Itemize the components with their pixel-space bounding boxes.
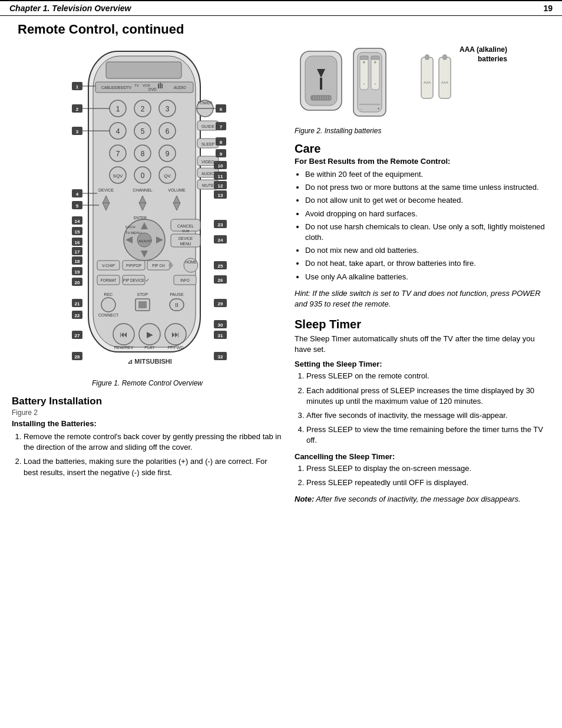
care-bullet-1: Do not press two or more buttons at the … xyxy=(305,182,550,193)
svg-text:TV: TV xyxy=(134,84,139,87)
care-hint: Hint: If the slide switch is set to TV a… xyxy=(295,288,550,309)
setting-label: Setting the Sleep Timer: xyxy=(295,360,550,368)
note-label: Note: xyxy=(295,495,314,503)
svg-text:7: 7 xyxy=(220,124,223,130)
svg-text:0: 0 xyxy=(141,172,145,180)
svg-text:DVD: DVD xyxy=(148,87,157,91)
svg-text:HOME: HOME xyxy=(185,260,197,264)
remote-figure-caption: Figure 1. Remote Control Overview xyxy=(12,379,283,387)
svg-text:⏭: ⏭ xyxy=(171,330,180,339)
svg-text:PIP/POP: PIP/POP xyxy=(126,263,141,268)
svg-text:1: 1 xyxy=(76,84,79,90)
svg-text:30: 30 xyxy=(218,322,223,328)
svg-text:QV: QV xyxy=(164,173,171,179)
svg-rect-212 xyxy=(439,57,451,98)
svg-text:5: 5 xyxy=(76,203,79,209)
svg-text:ENTER: ENTER xyxy=(134,216,147,220)
svg-text:DEVICE: DEVICE xyxy=(178,236,193,241)
svg-text:20: 20 xyxy=(75,280,80,285)
svg-text:CONNECT: CONNECT xyxy=(98,313,119,317)
svg-text:13: 13 xyxy=(218,193,223,198)
right-column: + - + - - + AAA AAA xyxy=(295,45,550,505)
svg-text:⏮: ⏮ xyxy=(120,330,128,339)
svg-text:VIDEO: VIDEO xyxy=(201,160,214,164)
svg-text:6: 6 xyxy=(166,127,170,136)
page-title: Remote Control, continued xyxy=(18,22,544,37)
svg-rect-10 xyxy=(160,83,161,88)
note-text-content: After five seconds of inactivity, the me… xyxy=(316,495,520,503)
sleep-intro: The Sleep Timer automatically shuts off … xyxy=(295,334,550,355)
svg-text:FF/FWD: FF/FWD xyxy=(168,345,183,350)
svg-text:26: 26 xyxy=(218,278,223,283)
setting-steps: Press SLEEP on the remote control. Each … xyxy=(306,371,550,446)
svg-text:17: 17 xyxy=(75,249,80,255)
svg-text:8: 8 xyxy=(141,150,145,158)
svg-text:25: 25 xyxy=(218,263,223,269)
battery-bold-label: Installing the Batteries: xyxy=(12,419,283,428)
svg-rect-185 xyxy=(311,95,331,100)
battery-subtitle: Figure 2 xyxy=(12,409,283,417)
svg-text:✓: ✓ xyxy=(146,278,150,283)
svg-text:AAA: AAA xyxy=(424,81,431,84)
svg-text:-: - xyxy=(363,81,365,87)
svg-text:22: 22 xyxy=(75,313,80,318)
remote-figure: CABLE/DBS/DTV VCR DVD AUDIO TV 1 2 3 POW… xyxy=(12,45,283,375)
svg-text:⊿ MITSUBISHI: ⊿ MITSUBISHI xyxy=(127,358,172,365)
left-column: CABLE/DBS/DTV VCR DVD AUDIO TV 1 2 3 POW… xyxy=(12,45,283,505)
sleep-title: Sleep Timer xyxy=(295,318,550,331)
aaa-batteries-svg: AAA AAA xyxy=(418,45,454,122)
sleep-section: Sleep Timer The Sleep Timer automaticall… xyxy=(295,318,550,505)
svg-text:1: 1 xyxy=(116,105,120,113)
svg-rect-2 xyxy=(106,62,181,78)
sleep-note: Note: After five seconds of inactivity, … xyxy=(295,494,550,505)
svg-rect-195 xyxy=(320,78,322,90)
svg-text:27: 27 xyxy=(75,333,80,338)
svg-text:5: 5 xyxy=(141,127,145,136)
care-bullet-4: Do not use harsh chemicals to clean. Use… xyxy=(305,222,550,243)
care-bullet-6: Do not heat, take apart, or throw batter… xyxy=(305,258,550,269)
page-number: 19 xyxy=(543,4,553,13)
svg-text:12: 12 xyxy=(218,183,223,189)
svg-text:-: - xyxy=(375,81,376,87)
care-bullets: Be within 20 feet of the equipment. Do n… xyxy=(305,169,550,282)
svg-text:23: 23 xyxy=(218,222,223,228)
chapter-title: Chapter 1. Television Overview xyxy=(9,4,131,13)
cancelling-label: Cancelling the Sleep Timer: xyxy=(295,452,550,461)
svg-text:+: + xyxy=(373,60,376,65)
svg-text:AUDIO: AUDIO xyxy=(201,172,215,176)
svg-text:9: 9 xyxy=(220,151,223,157)
remote-control-svg: CABLE/DBS/DTV VCR DVD AUDIO TV 1 2 3 POW… xyxy=(47,45,247,375)
care-bullet-3: Avoid dropping on hard surfaces. xyxy=(305,209,550,219)
setting-step-2: After five seconds of inactivity, the me… xyxy=(306,410,550,421)
care-title: Care xyxy=(295,142,550,156)
svg-text:4: 4 xyxy=(116,127,120,136)
svg-text:24: 24 xyxy=(218,238,223,243)
svg-text:FORMAT: FORMAT xyxy=(101,278,117,282)
svg-text:3: 3 xyxy=(166,105,170,113)
svg-text:REW/REV: REW/REV xyxy=(114,345,134,350)
svg-rect-213 xyxy=(443,55,447,60)
setting-step-1: Each additional press of SLEEP increases… xyxy=(306,386,550,407)
battery-steps: Remove the remote control's back cover b… xyxy=(24,431,283,478)
cancelling-step-1: Press SLEEP repeatedly until OFF is disp… xyxy=(306,477,550,488)
svg-text:CANCEL: CANCEL xyxy=(177,224,194,228)
svg-text:DEVICE: DEVICE xyxy=(98,188,114,192)
svg-text:32: 32 xyxy=(218,354,223,360)
svg-text:-: - xyxy=(361,106,362,111)
battery-label-line2: batteries xyxy=(459,55,507,64)
svg-text:15: 15 xyxy=(75,229,80,235)
svg-text:16: 16 xyxy=(75,240,80,245)
svg-text:14: 14 xyxy=(75,219,80,224)
svg-text:PIP DEVICE: PIP DEVICE xyxy=(123,278,145,282)
svg-text:PAUSE: PAUSE xyxy=(170,292,184,297)
svg-text:2: 2 xyxy=(76,107,79,112)
svg-text:VOLUME: VOLUME xyxy=(168,188,186,192)
svg-text:INFO: INFO xyxy=(180,278,190,282)
svg-text:GUIDE: GUIDE xyxy=(201,124,215,129)
cancelling-step-0: Press SLEEP to display the on-screen mes… xyxy=(306,463,550,474)
svg-text:28: 28 xyxy=(75,354,80,360)
svg-text:SQV: SQV xyxy=(113,173,124,179)
battery-install-svg: + - + - - + xyxy=(295,45,412,122)
svg-text:EXCH: EXCH xyxy=(125,225,135,229)
svg-text:TV MENU: TV MENU xyxy=(125,231,141,235)
